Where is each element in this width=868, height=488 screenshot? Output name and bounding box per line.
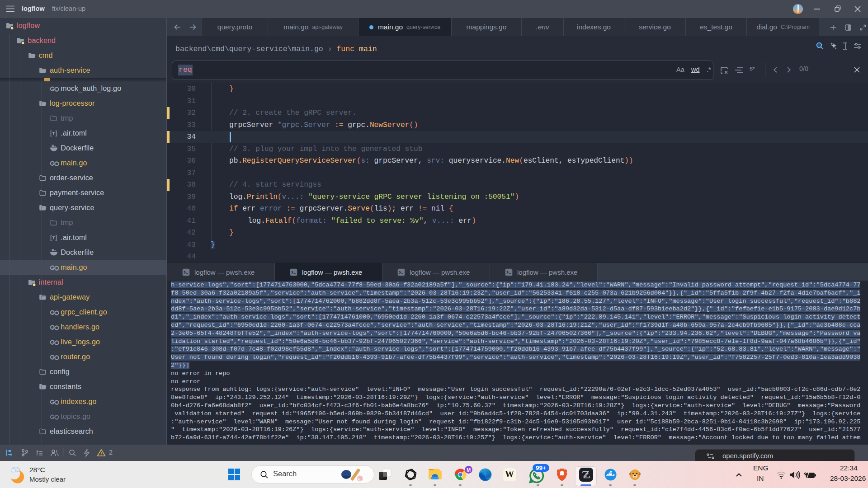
svg-text:R: R: [725, 70, 728, 75]
svg-text:M: M: [467, 467, 471, 473]
